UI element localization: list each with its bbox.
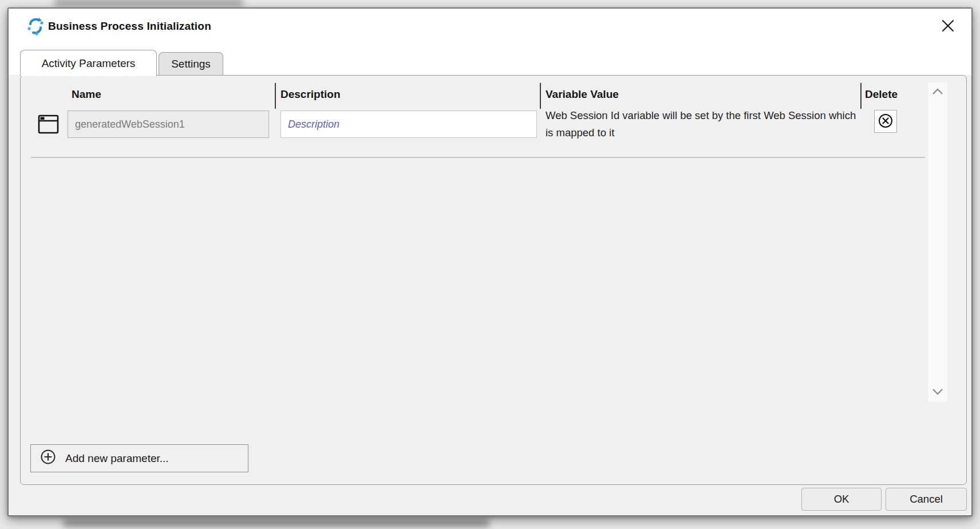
- tab-activity-parameters[interactable]: Activity Parameters: [20, 50, 157, 76]
- cancel-button[interactable]: Cancel: [886, 488, 967, 511]
- scroll-up-button[interactable]: [928, 84, 947, 101]
- tab-label: Settings: [171, 58, 211, 70]
- scroll-down-button[interactable]: [928, 384, 947, 401]
- delete-parameter-button[interactable]: [874, 110, 897, 133]
- column-header-name: Name: [72, 88, 101, 101]
- column-divider: [860, 83, 862, 109]
- circle-x-icon: [877, 112, 894, 131]
- chevron-up-icon: [931, 88, 944, 97]
- row-separator: [31, 157, 925, 158]
- tab-label: Activity Parameters: [42, 57, 136, 70]
- activity-parameters-panel: Name Description Variable Value Delete W…: [20, 75, 967, 485]
- vertical-scrollbar[interactable]: [928, 82, 947, 402]
- column-header-delete: Delete: [865, 88, 898, 101]
- column-header-variable-value: Variable Value: [546, 88, 619, 101]
- parameter-name-input[interactable]: [68, 110, 269, 138]
- add-new-parameter-button[interactable]: Add new parameter...: [30, 444, 248, 472]
- chevron-down-icon: [931, 388, 944, 397]
- background-app-edge-bottom: [63, 519, 489, 527]
- column-header-description: Description: [280, 88, 341, 101]
- web-session-window-icon: [38, 111, 60, 137]
- column-divider: [275, 83, 276, 109]
- parameter-description-input[interactable]: [280, 110, 537, 138]
- close-icon: [941, 18, 955, 35]
- add-new-parameter-label: Add new parameter...: [65, 452, 169, 465]
- business-process-initialization-dialog: Business Process Initialization Activity…: [7, 7, 973, 516]
- dialog-title: Business Process Initialization: [48, 20, 211, 33]
- column-divider: [540, 83, 541, 109]
- background-app-edge-top: [54, 0, 243, 6]
- circle-plus-icon: [39, 448, 57, 468]
- ok-button[interactable]: OK: [801, 488, 882, 511]
- variable-value-text: Web Session Id variable will be set by t…: [546, 107, 866, 141]
- close-button[interactable]: [938, 17, 958, 36]
- tab-settings[interactable]: Settings: [159, 52, 223, 76]
- process-cycle-icon: [26, 16, 45, 37]
